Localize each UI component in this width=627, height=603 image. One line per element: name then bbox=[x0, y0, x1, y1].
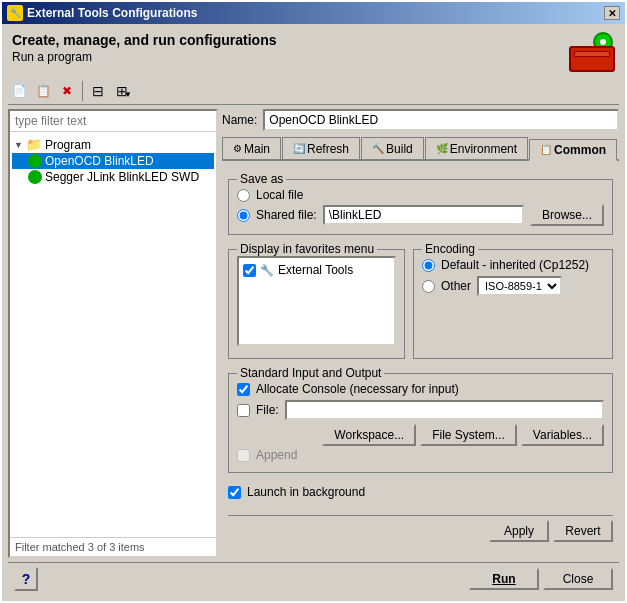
tab-common-label: Common bbox=[554, 143, 606, 157]
title-bar: 🔧 External Tools Configurations ✕ bbox=[2, 2, 625, 24]
left-panel: ▼ 📁 Program OpenOCD BlinkLED Segger JLin… bbox=[8, 109, 218, 558]
bottom-bar: ? Run Close bbox=[8, 562, 619, 595]
save-as-label: Save as bbox=[237, 172, 286, 186]
tab-main-icon: ⚙ bbox=[233, 143, 242, 154]
favorites-checkbox[interactable] bbox=[243, 264, 256, 277]
shared-file-input[interactable] bbox=[323, 205, 524, 225]
shared-file-row: Shared file: Browse... bbox=[237, 204, 604, 226]
encoding-default-radio[interactable] bbox=[422, 259, 435, 272]
tab-build[interactable]: 🔨 Build bbox=[361, 137, 424, 159]
tree-item-label-segger: Segger JLink BlinkLED SWD bbox=[45, 170, 199, 184]
tab-environment-label: Environment bbox=[450, 142, 517, 156]
name-row: Name: bbox=[222, 109, 619, 131]
toolbar: 📄 📋 ✖ ⊟ ⊞ ▼ bbox=[8, 78, 619, 105]
tabs: ⚙ Main 🔄 Refresh 🔨 Build 🌿 Environment bbox=[222, 137, 619, 161]
browse-button[interactable]: Browse... bbox=[530, 204, 604, 226]
tab-env-icon: 🌿 bbox=[436, 143, 448, 154]
filter-input[interactable] bbox=[10, 111, 216, 132]
close-button[interactable]: Close bbox=[543, 568, 613, 590]
tree-item-segger[interactable]: Segger JLink BlinkLED SWD bbox=[12, 169, 214, 185]
file-input[interactable] bbox=[285, 400, 604, 420]
file-checkbox[interactable] bbox=[237, 404, 250, 417]
launch-background-label: Launch in background bbox=[247, 485, 365, 499]
local-file-row: Local file bbox=[237, 186, 604, 204]
window-body: Create, manage, and run configurations R… bbox=[2, 24, 625, 601]
run-button[interactable]: Run bbox=[469, 568, 539, 590]
local-file-radio[interactable] bbox=[237, 189, 250, 202]
run-icon-segger bbox=[28, 170, 42, 184]
file-system-button[interactable]: File System... bbox=[420, 424, 517, 446]
shared-file-radio[interactable] bbox=[237, 209, 250, 222]
favorites-icon: 🔧 bbox=[260, 264, 274, 277]
apply-revert-row: Apply Revert bbox=[228, 515, 613, 542]
header-section: Create, manage, and run configurations R… bbox=[8, 30, 619, 74]
apply-button[interactable]: Apply bbox=[489, 520, 549, 542]
collapse-icon: ⊟ bbox=[92, 83, 104, 99]
tab-refresh[interactable]: 🔄 Refresh bbox=[282, 137, 360, 159]
allocate-console-checkbox[interactable] bbox=[237, 383, 250, 396]
copy-config-button[interactable]: 📋 bbox=[32, 80, 54, 102]
main-content: ▼ 📁 Program OpenOCD BlinkLED Segger JLin… bbox=[8, 109, 619, 558]
header-subtitle: Run a program bbox=[12, 48, 277, 64]
tree-area: ▼ 📁 Program OpenOCD BlinkLED Segger JLin… bbox=[10, 132, 216, 537]
allocate-console-row: Allocate Console (necessary for input) bbox=[237, 380, 604, 398]
window-title: External Tools Configurations bbox=[27, 6, 197, 20]
encoding-col: Encoding Default - inherited (Cp1252) Ot… bbox=[413, 243, 613, 359]
run-icon-openocd bbox=[28, 154, 42, 168]
toolbar-separator-1 bbox=[82, 81, 83, 101]
encoding-other-row: Other ISO-8859-1 bbox=[422, 274, 604, 298]
bottom-left: ? bbox=[14, 567, 38, 591]
tab-main-label: Main bbox=[244, 142, 270, 156]
folder-icon: 📁 bbox=[26, 137, 42, 152]
external-tools-window: 🔧 External Tools Configurations ✕ Create… bbox=[0, 0, 627, 603]
tab-common-content: Save as Local file Shared file: Browse..… bbox=[222, 167, 619, 558]
delete-icon: ✖ bbox=[62, 84, 72, 98]
bottom-right: Run Close bbox=[469, 568, 613, 590]
encoding-default-row: Default - inherited (Cp1252) bbox=[422, 256, 604, 274]
allocate-console-label: Allocate Console (necessary for input) bbox=[256, 382, 459, 396]
tab-common[interactable]: 📋 Common bbox=[529, 139, 617, 161]
dropdown-arrow: ▼ bbox=[124, 90, 132, 99]
tab-main[interactable]: ⚙ Main bbox=[222, 137, 281, 159]
encoding-group: Encoding Default - inherited (Cp1252) Ot… bbox=[413, 249, 613, 359]
tab-refresh-icon: 🔄 bbox=[293, 143, 305, 154]
window-close-button[interactable]: ✕ bbox=[604, 6, 620, 20]
append-row: Append bbox=[237, 446, 604, 464]
encoding-other-radio[interactable] bbox=[422, 280, 435, 293]
append-checkbox[interactable] bbox=[237, 449, 250, 462]
revert-button[interactable]: Revert bbox=[553, 520, 613, 542]
tree-item-openocd[interactable]: OpenOCD BlinkLED bbox=[12, 153, 214, 169]
launch-background-row: Launch in background bbox=[228, 481, 613, 503]
file-label: File: bbox=[256, 403, 279, 417]
standard-io-group: Standard Input and Output Allocate Conso… bbox=[228, 373, 613, 473]
workspace-button[interactable]: Workspace... bbox=[322, 424, 416, 446]
encoding-label: Encoding bbox=[422, 242, 478, 256]
favorites-list[interactable]: 🔧 External Tools bbox=[237, 256, 396, 346]
favorites-item-label: External Tools bbox=[278, 263, 353, 277]
new-icon: 📄 bbox=[12, 84, 27, 98]
variables-button[interactable]: Variables... bbox=[521, 424, 604, 446]
shared-file-label: Shared file: bbox=[256, 208, 317, 222]
tree-item-label-openocd: OpenOCD BlinkLED bbox=[45, 154, 154, 168]
expand-all-button[interactable]: ⊞ ▼ bbox=[111, 80, 133, 102]
help-button[interactable]: ? bbox=[14, 567, 38, 591]
favorites-label: Display in favorites menu bbox=[237, 242, 377, 256]
encoding-other-select[interactable]: ISO-8859-1 bbox=[477, 276, 562, 296]
tab-build-label: Build bbox=[386, 142, 413, 156]
new-config-button[interactable]: 📄 bbox=[8, 80, 30, 102]
collapse-all-button[interactable]: ⊟ bbox=[87, 80, 109, 102]
append-label: Append bbox=[256, 448, 297, 462]
delete-config-button[interactable]: ✖ bbox=[56, 80, 78, 102]
expand-icon-program: ▼ bbox=[14, 140, 23, 150]
name-input[interactable] bbox=[263, 109, 619, 131]
window-icon: 🔧 bbox=[7, 5, 23, 21]
file-row: File: bbox=[237, 398, 604, 422]
tab-refresh-label: Refresh bbox=[307, 142, 349, 156]
launch-background-checkbox[interactable] bbox=[228, 486, 241, 499]
standard-io-label: Standard Input and Output bbox=[237, 366, 384, 380]
toolbox-icon bbox=[565, 32, 615, 72]
tree-item-program[interactable]: ▼ 📁 Program bbox=[12, 136, 214, 153]
tab-build-icon: 🔨 bbox=[372, 143, 384, 154]
favorites-item-external-tools: 🔧 External Tools bbox=[243, 262, 390, 278]
tab-environment[interactable]: 🌿 Environment bbox=[425, 137, 528, 159]
